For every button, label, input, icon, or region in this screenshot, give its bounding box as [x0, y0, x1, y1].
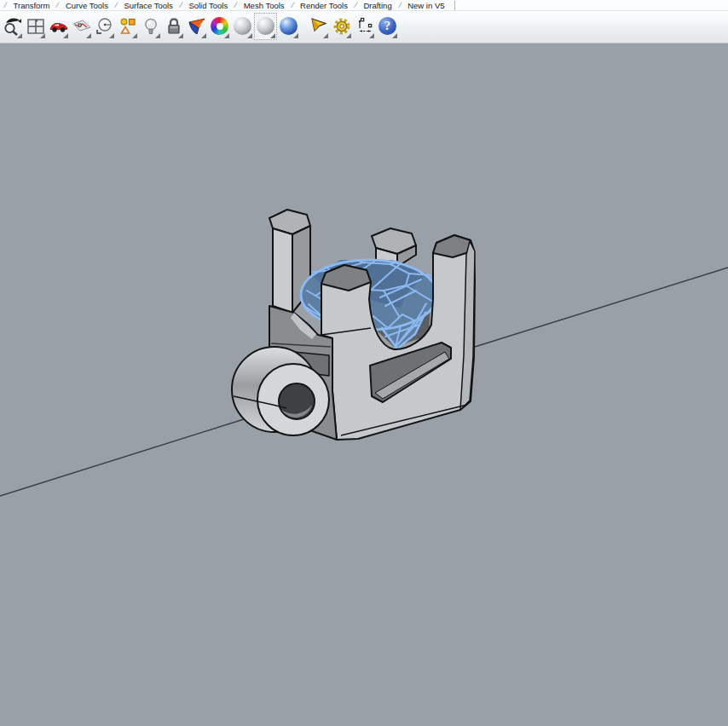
flyout-arrow-icon — [178, 33, 183, 38]
toolbar-tab-bar: / Transform / Curve Tools / Surface Tool… — [0, 0, 728, 11]
toolbar-button-pointer-flag[interactable] — [307, 13, 330, 40]
tab-bar-divider — [454, 1, 728, 10]
toolbar-button-lamp[interactable] — [139, 13, 162, 40]
toolbar-button-dimension[interactable] — [353, 13, 376, 40]
perspective-viewport[interactable] — [0, 43, 728, 725]
tab-solid-tools[interactable]: Solid Tools — [184, 1, 232, 10]
flyout-arrow-icon — [270, 33, 275, 38]
toolbar-button-render-wedge[interactable] — [185, 13, 208, 40]
flyout-arrow-icon — [63, 33, 68, 38]
toolbar-button-viewport-layout[interactable] — [24, 13, 47, 40]
flyout-arrow-icon — [155, 33, 160, 38]
toolbar-button-move-car[interactable] — [47, 13, 70, 40]
flyout-arrow-icon — [109, 33, 114, 38]
viewport-canvas — [0, 43, 728, 725]
tab-separator: / — [113, 1, 118, 9]
flyout-arrow-icon — [86, 33, 91, 38]
flyout-arrow-icon — [224, 33, 229, 38]
tab-mesh-tools[interactable]: Mesh Tools — [240, 1, 289, 10]
tab-separator: / — [3, 1, 8, 9]
tab-separator: / — [353, 1, 358, 9]
flyout-arrow-icon — [201, 33, 206, 38]
tab-transform[interactable]: Transform — [9, 1, 55, 10]
toolbar-button-circle-center-radius[interactable] — [93, 13, 116, 40]
flyout-arrow-icon — [132, 33, 137, 38]
toolbar-button-shaded-sphere[interactable] — [231, 13, 254, 40]
tab-surface-tools[interactable]: Surface Tools — [119, 1, 176, 10]
tab-separator: / — [397, 1, 402, 9]
toolbar-button-help[interactable]: ? — [376, 13, 399, 40]
tab-separator: / — [55, 1, 61, 9]
tab-render-tools[interactable]: Render Tools — [296, 1, 352, 10]
flyout-arrow-icon — [323, 33, 328, 38]
toolbar-button-color-wheel[interactable] — [208, 13, 231, 40]
toolbar-button-shaded-sphere-active[interactable] — [254, 13, 277, 40]
toolbar-button-zoom-dynamic[interactable] — [1, 13, 24, 40]
toolbar-button-rendered-sphere[interactable] — [277, 13, 300, 40]
flyout-arrow-icon — [247, 33, 252, 38]
main-toolbar: ? — [0, 11, 728, 43]
axis-line-left — [0, 419, 244, 496]
flyout-arrow-icon — [369, 33, 374, 38]
toolbar-button-sketch-map[interactable] — [70, 13, 93, 40]
flyout-arrow-icon — [346, 33, 351, 38]
tab-drafting[interactable]: Drafting — [359, 1, 396, 10]
tab-new-in-v5[interactable]: New in V5 — [403, 1, 448, 10]
tab-separator: / — [290, 1, 295, 9]
toolbar-button-lock[interactable] — [162, 13, 185, 40]
tab-curve-tools[interactable]: Curve Tools — [61, 1, 113, 10]
flyout-arrow-icon — [17, 33, 22, 38]
flyout-arrow-icon — [293, 33, 298, 38]
axis-line-right — [475, 268, 728, 347]
toolbar-button-selection-filter[interactable] — [116, 13, 139, 40]
tab-separator: / — [234, 1, 239, 9]
tab-separator: / — [178, 1, 183, 9]
flyout-arrow-icon — [40, 33, 45, 38]
flyout-arrow-icon — [392, 33, 397, 38]
toolbar-button-gears-options[interactable] — [330, 13, 353, 40]
